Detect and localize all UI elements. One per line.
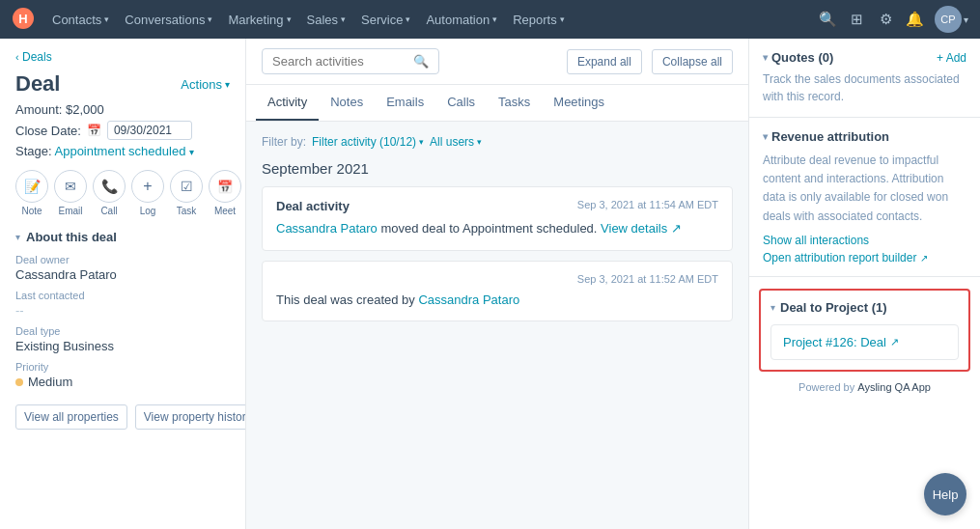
project-link[interactable]: Project #126: Deal ↗ [783,335,946,349]
nav-sales[interactable]: Sales ▾ [299,0,354,39]
activity-card-1: Deal activity Sep 3, 2021 at 11:54 AM ED… [262,186,733,251]
all-users-button[interactable]: All users ▾ [430,135,482,149]
settings-icon[interactable]: ⚙ [871,5,900,34]
meet-action[interactable]: 📅 Meet [209,170,241,216]
activity-user-1[interactable]: Cassandra Pataro [276,221,378,236]
close-date-row: Close Date: 📅 [15,121,230,140]
tab-tasks[interactable]: Tasks [487,85,542,121]
log-action[interactable]: + Log [131,170,164,216]
filter-activity-button[interactable]: Filter activity (10/12) ▾ [312,135,424,149]
nav-service[interactable]: Service ▾ [353,0,418,39]
revenue-title: Revenue attribution [771,129,889,144]
section-date: September 2021 [262,160,733,177]
activity-body-1: Cassandra Pataro moved deal to Appointme… [276,219,718,238]
activity-card-2: Sep 3, 2021 at 11:52 AM EDT This deal wa… [262,261,733,322]
view-details-link[interactable]: View details ↗ [601,221,682,236]
quotes-title: Quotes (0) [771,50,833,65]
stage-value[interactable]: Appointment scheduled [55,144,186,158]
marketplace-icon[interactable]: ⊞ [842,5,871,34]
activity-time-1: Sep 3, 2021 at 11:54 AM EDT [577,199,718,210]
action-icons-row: 📝 Note ✉ Email 📞 Call + Log ☑ Task 📅 Me [15,170,230,216]
expand-all-button[interactable]: Expand all [567,49,642,74]
account-chevron[interactable]: ▾ [964,14,968,25]
show-all-interactions-link[interactable]: Show all interactions [763,234,966,247]
quotes-section: ▾ Quotes (0) + Add Track the sales docum… [749,39,980,118]
nav-contacts[interactable]: Contacts ▾ [44,0,117,39]
nav-reports[interactable]: Reports ▾ [505,0,573,39]
revenue-toggle-arrow[interactable]: ▾ [763,131,768,142]
left-panel: ‹ Deals Deal Actions ▾ Amount: $2,000 Cl… [0,39,246,529]
help-button[interactable]: Help [924,473,966,515]
about-section-toggle[interactable]: ▾ About this deal [15,230,230,244]
center-panel: 🔍 Expand all Collapse all Activity Notes… [246,39,748,529]
stage-row: Stage: Appointment scheduled ▾ [15,144,230,158]
tab-notes[interactable]: Notes [319,85,375,121]
note-action[interactable]: 📝 Note [15,170,48,216]
notifications-icon[interactable]: 🔔 [900,5,929,34]
deal-to-project-section: ▾ Deal to Project (1) Project #126: Deal… [759,289,970,372]
collapse-all-button[interactable]: Collapse all [652,49,733,74]
activity-time-2: Sep 3, 2021 at 11:52 AM EDT [577,273,718,285]
nav-automation[interactable]: Automation ▾ [418,0,505,39]
view-all-properties-button[interactable]: View all properties [15,404,127,430]
calendar-icon: 📅 [87,124,101,137]
email-action[interactable]: ✉ Email [54,170,87,216]
breadcrumb[interactable]: ‹ Deals [15,50,230,64]
activity-user-2[interactable]: Cassandra Pataro [418,292,519,307]
svg-text:H: H [18,12,27,26]
quotes-toggle-arrow[interactable]: ▾ [763,52,768,63]
dtp-title: Deal to Project (1) [780,300,887,315]
activity-body-2: This deal was created by Cassandra Patar… [276,291,718,310]
view-property-history-button[interactable]: View property history [135,404,246,430]
deal-to-project-container: ▾ Deal to Project (1) Project #126: Deal… [759,289,970,393]
search-nav-icon[interactable]: 🔍 [813,5,842,34]
revenue-section: ▾ Revenue attribution Attribute deal rev… [749,118,980,277]
deal-title: Deal [15,71,60,97]
hubspot-logo[interactable]: H [12,7,35,33]
close-date-input[interactable] [107,121,192,140]
top-nav: H Contacts ▾ Conversations ▾ Marketing ▾… [0,0,980,39]
search-input[interactable] [272,54,407,69]
last-contacted-field: Last contacted -- [15,290,230,318]
actions-button[interactable]: Actions ▾ [181,77,230,92]
search-icon: 🔍 [413,54,429,69]
tab-calls[interactable]: Calls [435,85,487,121]
tabs-row: Activity Notes Emails Calls Tasks Meetin… [246,85,748,121]
call-action[interactable]: 📞 Call [93,170,126,216]
nav-marketing[interactable]: Marketing ▾ [220,0,298,39]
dtp-card: Project #126: Deal ↗ [770,324,959,360]
owner-field: Deal owner Cassandra Pataro [15,254,230,282]
revenue-body: Attribute deal revenue to impactful cont… [763,152,966,226]
nav-conversations[interactable]: Conversations ▾ [117,0,220,39]
dtp-toggle-arrow[interactable]: ▾ [770,302,775,313]
powered-by: Powered by Aysling QA App [759,381,970,393]
right-panel: ▾ Quotes (0) + Add Track the sales docum… [748,39,980,529]
quotes-body: Track the sales documents associated wit… [763,70,966,105]
activity-type-1: Deal activity [276,199,350,213]
deal-type-field: Deal type Existing Business [15,325,230,353]
tab-meetings[interactable]: Meetings [542,85,616,121]
add-quote-link[interactable]: + Add [937,51,966,65]
priority-field: Priority Medium [15,361,230,389]
user-avatar[interactable]: CP [935,6,962,33]
amount-row: Amount: $2,000 [15,102,230,117]
tab-activity[interactable]: Activity [256,85,319,121]
task-action[interactable]: ☑ Task [170,170,203,216]
open-attribution-link[interactable]: Open attribution report builder ↗ [763,251,966,264]
tab-emails[interactable]: Emails [375,85,435,121]
filter-row: Filter by: Filter activity (10/12) ▾ All… [262,135,733,149]
search-activities-box[interactable]: 🔍 [262,48,439,74]
